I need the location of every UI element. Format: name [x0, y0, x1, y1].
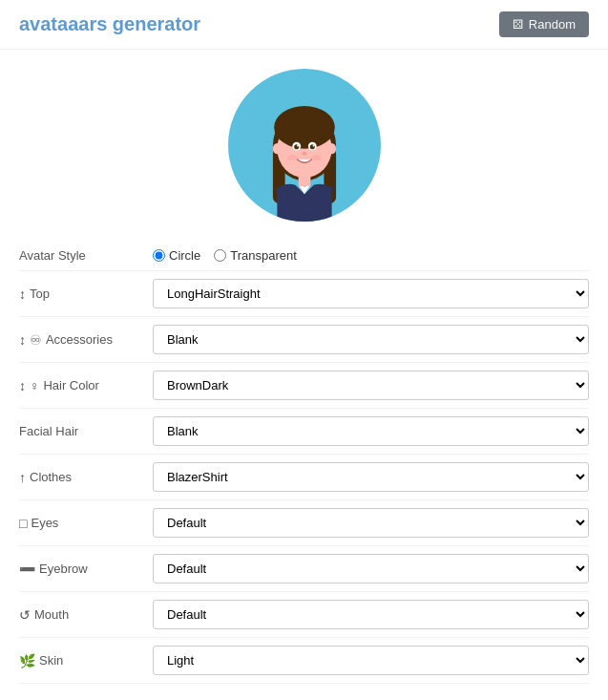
skin-row: 🌿 Skin Light Tanned Yellow Pale Gold Bro… — [19, 638, 589, 684]
svg-point-11 — [297, 145, 299, 147]
top-row: ↕ Top LongHairStraight ShortHairShortFla… — [19, 271, 589, 317]
skin-label: 🌿 Skin — [19, 653, 153, 668]
top-label: ↕ Top — [19, 286, 153, 302]
hair-color-input[interactable]: Auburn Black Blonde BlondeGolden Brown B… — [153, 371, 589, 400]
app-title: avataaars generator — [19, 13, 200, 35]
avatar-circle — [228, 69, 381, 222]
eyes-icon: □ — [19, 516, 27, 531]
eyebrow-select[interactable]: Default Angry AngryNatural DefaultNatura… — [153, 554, 589, 583]
footer-note: More options coming soon, subscribe for … — [0, 684, 608, 700]
avatar-style-row: Avatar Style Circle Transparent — [19, 241, 589, 271]
avatar-preview — [0, 50, 608, 231]
eyebrow-input[interactable]: Default Angry AngryNatural DefaultNatura… — [153, 554, 589, 583]
svg-rect-16 — [298, 173, 310, 186]
hair-color-icon: ↕ ♀ — [19, 378, 39, 393]
clothes-icon: ↑ — [19, 470, 26, 485]
clothes-row: ↑ Clothes BlazerShirt BlazerSweater Coll… — [19, 455, 589, 500]
eyebrow-icon: ➖ — [19, 562, 35, 577]
eyes-row: □ Eyes Default Close Cry Dizzy EyeRoll H… — [19, 500, 589, 546]
svg-point-6 — [327, 143, 336, 154]
mouth-label: ↺ Mouth — [19, 607, 153, 623]
mouth-icon: ↺ — [19, 607, 31, 623]
top-select[interactable]: LongHairStraight ShortHairShortFlat Eyep… — [153, 279, 589, 308]
clothes-label: ↑ Clothes — [19, 470, 153, 485]
mouth-input[interactable]: Default Concerned Disbelief Eating Grima… — [153, 600, 589, 629]
avatar-style-input: Circle Transparent — [153, 248, 589, 263]
mouth-row: ↺ Mouth Default Concerned Disbelief Eati… — [19, 592, 589, 638]
svg-point-4 — [274, 106, 335, 149]
facial-hair-select[interactable]: Blank BeardLight BeardMajestic BeardMedi… — [153, 416, 589, 446]
accessories-icon: ↕ ♾ — [19, 332, 42, 348]
accessories-input[interactable]: Blank Kurt Prescription01 Prescription02… — [153, 325, 589, 354]
facial-hair-input[interactable]: Blank BeardLight BeardMajestic BeardMedi… — [153, 416, 589, 446]
circle-radio[interactable] — [153, 249, 165, 262]
eyebrow-label: ➖ Eyebrow — [19, 562, 153, 577]
accessories-row: ↕ ♾ Accessories Blank Kurt Prescription0… — [19, 317, 589, 363]
controls: Avatar Style Circle Transparent ↕ Top Lo… — [0, 231, 608, 684]
svg-point-14 — [287, 155, 297, 160]
top-input[interactable]: LongHairStraight ShortHairShortFlat Eyep… — [153, 279, 589, 308]
random-button[interactable]: ⚄ Random — [499, 11, 589, 37]
clothes-select[interactable]: BlazerShirt BlazerSweater CollarSweater … — [153, 462, 589, 492]
facial-hair-row: Facial Hair Blank BeardLight BeardMajest… — [19, 409, 589, 455]
hair-color-select[interactable]: Auburn Black Blonde BlondeGolden Brown B… — [153, 371, 589, 400]
facial-hair-label: Facial Hair — [19, 424, 153, 438]
accessories-select[interactable]: Blank Kurt Prescription01 Prescription02… — [153, 325, 589, 354]
avatar-svg — [242, 88, 367, 222]
eyes-input[interactable]: Default Close Cry Dizzy EyeRoll Happy He… — [153, 508, 589, 538]
skin-icon: 🌿 — [19, 653, 35, 668]
svg-point-5 — [272, 143, 281, 154]
transparent-option[interactable]: Transparent — [214, 248, 297, 263]
eyes-label: □ Eyes — [19, 516, 153, 531]
svg-point-15 — [311, 155, 321, 160]
top-icon: ↕ — [19, 286, 26, 302]
header: avataaars generator ⚄ Random — [0, 0, 608, 50]
hair-color-label: ↕ ♀ Hair Color — [19, 378, 153, 393]
clothes-input[interactable]: BlazerShirt BlazerSweater CollarSweater … — [153, 462, 589, 492]
eyebrow-row: ➖ Eyebrow Default Angry AngryNatural Def… — [19, 546, 589, 592]
hair-color-row: ↕ ♀ Hair Color Auburn Black Blonde Blond… — [19, 363, 589, 409]
accessories-label: ↕ ♾ Accessories — [19, 332, 153, 348]
skin-select[interactable]: Light Tanned Yellow Pale Gold Brown Dark… — [153, 646, 589, 675]
svg-point-13 — [302, 152, 306, 156]
avatar-style-label: Avatar Style — [19, 248, 153, 263]
skin-input[interactable]: Light Tanned Yellow Pale Gold Brown Dark… — [153, 646, 589, 675]
transparent-radio[interactable] — [214, 249, 226, 262]
svg-point-12 — [312, 145, 314, 147]
eyes-select[interactable]: Default Close Cry Dizzy EyeRoll Happy He… — [153, 508, 589, 538]
random-icon: ⚄ — [513, 17, 523, 32]
circle-option[interactable]: Circle — [153, 248, 200, 263]
mouth-select[interactable]: Default Concerned Disbelief Eating Grima… — [153, 600, 589, 629]
